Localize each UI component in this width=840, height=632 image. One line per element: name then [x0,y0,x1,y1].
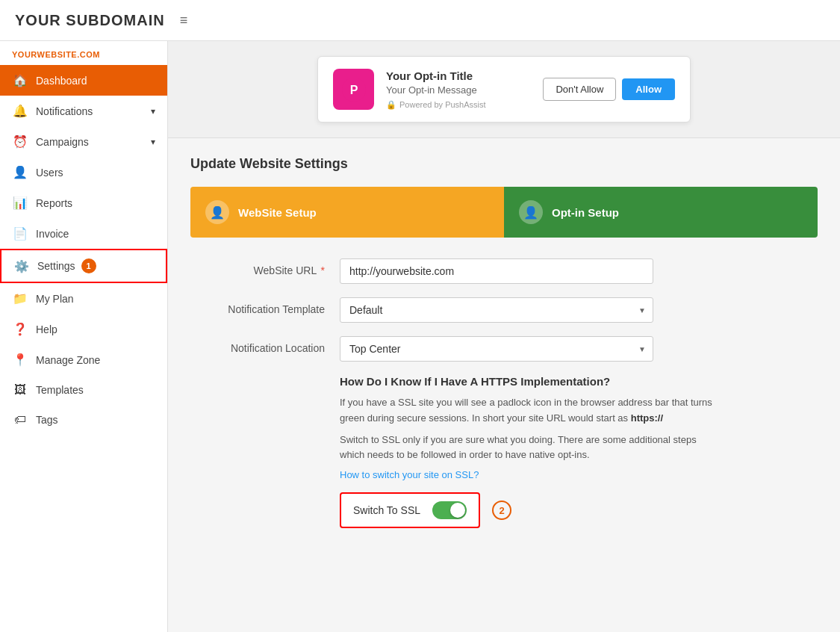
invoice-icon: 📄 [12,226,28,241]
sidebar-label-myplan: My Plan [36,293,74,305]
optin-setup-icon: 👤 [519,200,543,224]
form-row-location: Notification Location Top Center [190,336,818,362]
sidebar: YOURWEBSITE.COM 🏠 Dashboard 🔔 Notificati… [0,41,168,632]
sidebar-label-campaigns: Campaigns [36,136,89,148]
website-url-label: WebSite URL * [190,258,340,276]
website-url-input[interactable] [340,258,653,284]
sidebar-label-reports: Reports [36,197,72,209]
template-icon: 🖼 [12,383,28,397]
sidebar-item-invoice[interactable]: 📄 Invoice [0,218,167,249]
clock-icon: ⏰ [12,134,28,149]
https-section: How Do I Know If I Have A HTTPS Implemen… [340,375,713,528]
notification-text-area: Your Opt-in Title Your Opt-in Message 🔒 … [386,69,531,110]
lock-icon: 🔒 [386,100,396,110]
notification-location-label: Notification Location [190,336,340,354]
sidebar-item-managezone[interactable]: 📍 Manage Zone [0,344,167,375]
step-badge-2: 2 [492,501,511,520]
https-strong: https:// [631,412,663,424]
svg-text:P: P [349,83,358,96]
sidebar-label-notifications: Notifications [36,105,93,117]
required-marker: * [321,264,325,276]
settings-row-outer: ⚙️ Settings 1 [0,249,167,283]
notification-footer: 🔒 Powered by PushAssist [386,100,531,110]
chevron-down-icon: ▾ [151,106,155,117]
form-row-template: Notification Template Default [190,297,818,323]
https-title: How Do I Know If I Have A HTTPS Implemen… [340,375,713,388]
reports-icon: 📊 [12,196,28,210]
dont-allow-button[interactable]: Don't Allow [543,78,616,101]
sidebar-item-help[interactable]: ❓ Help [0,314,167,344]
sidebar-label-help: Help [36,323,57,335]
tab-website-label: WebSite Setup [238,206,317,219]
header: YOUR SUBDOMAIN ≡ [0,0,840,41]
main-content: P Your Opt-in Title Your Opt-in Message … [168,41,840,632]
layout: YOURWEBSITE.COM 🏠 Dashboard 🔔 Notificati… [0,41,840,632]
sidebar-item-myplan[interactable]: 📁 My Plan [0,283,167,314]
notification-template-select[interactable]: Default [340,297,653,323]
website-setup-icon: 👤 [205,200,229,224]
menu-icon[interactable]: ≡ [180,13,188,28]
sidebar-item-tags[interactable]: 🏷 Tags [0,405,167,435]
notification-template-wrapper: Default [340,297,653,323]
notification-template-label: Notification Template [190,297,340,315]
tab-optin-setup[interactable]: 👤 Opt-in Setup [504,187,818,238]
notification-message: Your Opt-in Message [386,84,531,96]
sidebar-label-users: Users [36,167,63,179]
notification-location-wrapper: Top Center [340,336,653,362]
sidebar-item-users[interactable]: 👤 Users [0,157,167,188]
sidebar-label-dashboard: Dashboard [36,75,87,87]
help-icon: ❓ [12,322,28,336]
settings-content: Update Website Settings 👤 WebSite Setup … [168,138,840,546]
pushassist-logo-icon: P [342,78,366,102]
notification-location-select[interactable]: Top Center [340,336,653,362]
notification-box: P Your Opt-in Title Your Opt-in Message … [317,56,691,123]
sidebar-label-settings: Settings [37,260,75,272]
setup-tabs: 👤 WebSite Setup 👤 Opt-in Setup [190,187,818,238]
pin-icon: 📍 [12,353,28,367]
ssl-toggle-area: Switch To SSL 2 [340,492,713,528]
sidebar-label-tags: Tags [36,414,58,426]
https-desc-1: If you have a SSL site you will see a pa… [340,395,713,427]
powered-by-text: Powered by PushAssist [399,100,486,109]
sidebar-item-settings[interactable]: ⚙️ Settings 1 [0,249,167,283]
sidebar-item-notifications[interactable]: 🔔 Notifications ▾ [0,96,167,126]
ssl-toggle[interactable] [432,501,467,519]
notification-buttons: Don't Allow Allow [543,78,675,101]
gear-icon: ⚙️ [13,259,30,273]
sidebar-label-invoice: Invoice [36,228,69,240]
tag-icon: 🏷 [12,413,28,427]
sidebar-item-dashboard[interactable]: 🏠 Dashboard [0,65,167,96]
sidebar-item-campaigns[interactable]: ⏰ Campaigns ▾ [0,126,167,157]
sidebar-label-managezone: Manage Zone [36,354,100,366]
sidebar-item-reports[interactable]: 📊 Reports [0,188,167,218]
sidebar-label-templates: Templates [36,384,84,396]
ssl-link[interactable]: How to switch your site on SSL? [340,469,713,480]
chevron-down-icon2: ▾ [151,137,155,147]
https-desc-2: Switch to SSL only if you are sure what … [340,433,713,464]
app-title: YOUR SUBDOMAIN [15,12,165,29]
ssl-label: Switch To SSL [353,504,420,516]
sidebar-domain: YOURWEBSITE.COM [0,41,167,65]
sidebar-item-templates[interactable]: 🖼 Templates [0,375,167,405]
user-icon: 👤 [12,165,28,179]
settings-badge: 1 [81,258,96,273]
home-icon: 🏠 [12,73,28,87]
tab-optin-label: Opt-in Setup [552,206,619,219]
notification-app-icon: P [333,69,374,110]
notification-preview-area: P Your Opt-in Title Your Opt-in Message … [168,41,840,138]
ssl-row: Switch To SSL [340,492,480,528]
tab-website-setup[interactable]: 👤 WebSite Setup [190,187,504,238]
form-row-url: WebSite URL * [190,258,818,284]
notification-title: Your Opt-in Title [386,69,531,82]
allow-button[interactable]: Allow [622,78,675,100]
folder-icon: 📁 [12,291,28,306]
page-title: Update Website Settings [190,156,818,172]
bell-icon: 🔔 [12,104,28,118]
